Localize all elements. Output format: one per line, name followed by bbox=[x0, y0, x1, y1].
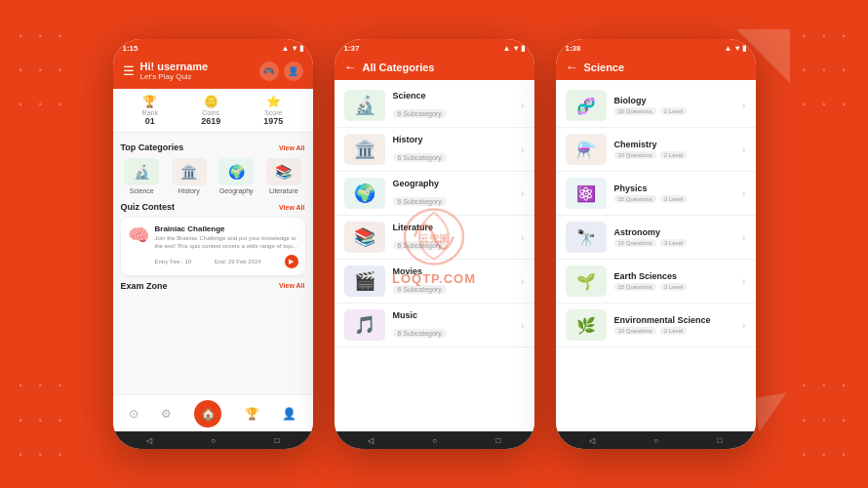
trophy-icon: 🏆 bbox=[245, 407, 259, 421]
list-item-literature[interactable]: 📚 Literature 6 Subcategory › bbox=[335, 216, 534, 260]
android-home-3[interactable]: ○ bbox=[653, 436, 658, 445]
back-button-2[interactable]: ← bbox=[344, 60, 357, 74]
quiz-contest-card[interactable]: 🧠 Brainiac Challenge Join the Brainiac C… bbox=[121, 218, 305, 275]
menu-icon[interactable]: ☰ bbox=[123, 63, 135, 78]
chemistry-info: Chemistry 10 Questions 2 Level bbox=[614, 140, 734, 159]
status-icons-2: ▲ ▾ ▮ bbox=[503, 44, 525, 53]
geography-info: Geography 6 Subcategory bbox=[393, 179, 513, 208]
android-recents-3[interactable]: □ bbox=[717, 436, 722, 445]
geography-sub: 6 Subcategory bbox=[393, 197, 447, 206]
environmental-science-name: Environmental Science bbox=[614, 315, 734, 325]
rank-value: 01 bbox=[145, 116, 155, 126]
status-time-3: 1:38 bbox=[566, 44, 581, 53]
android-recents-2[interactable]: □ bbox=[495, 436, 500, 445]
bottom-nav-1: ⊙ ⚙ 🏠 🏆 👤 bbox=[113, 394, 313, 431]
bg-dots-topright: · · ·· · ·· · · bbox=[801, 18, 850, 121]
status-bar-1: 1:15 ▲ ▾ ▮ bbox=[113, 39, 313, 55]
science-thumb-2: 🔬 bbox=[344, 90, 385, 121]
list-item-music[interactable]: 🎵 Music 6 Subcategory › bbox=[335, 304, 534, 347]
nav-home[interactable]: 🏠 bbox=[194, 400, 221, 427]
list-item-chemistry[interactable]: ⚗️ Chemistry 10 Questions 2 Level › bbox=[556, 128, 756, 172]
android-nav-3: ◁ ○ □ bbox=[556, 431, 756, 449]
android-home-2[interactable]: ○ bbox=[432, 436, 437, 445]
list-item-physics[interactable]: ⚛️ Physics 15 Questions 3 Level › bbox=[556, 172, 756, 216]
chevron-movies: › bbox=[521, 275, 525, 287]
environmental-science-meta: 10 Questions 2 Level bbox=[614, 327, 734, 335]
stats-bar: 🏆 Rank 01 🪙 Coins 2619 ⭐ Score 1975 bbox=[113, 89, 313, 133]
list-item-astronomy[interactable]: 🔭 Astronomy 15 Questions 3 Level › bbox=[556, 216, 756, 260]
history-thumb: 🏛️ bbox=[344, 134, 385, 165]
literature-sub: 6 Subcategory bbox=[393, 241, 447, 250]
android-back-2[interactable]: ◁ bbox=[368, 436, 374, 445]
literature-thumb: 📚 bbox=[344, 222, 385, 253]
list-item-movies[interactable]: 🎬 Movies 6 Subcategory › bbox=[335, 260, 534, 304]
movies-name: Movies bbox=[393, 266, 513, 276]
android-back-3[interactable]: ◁ bbox=[589, 436, 595, 445]
list-item-history[interactable]: 🏛️ History 6 Subcategory › bbox=[335, 128, 534, 172]
chevron-history: › bbox=[521, 143, 525, 155]
profile-icon: 👤 bbox=[282, 407, 296, 421]
cat-literature-thumb: 📚 bbox=[266, 158, 301, 185]
nav-settings[interactable]: ⚙ bbox=[161, 407, 172, 421]
list-item-science[interactable]: 🔬 Science 6 Subcategory › bbox=[335, 84, 534, 128]
cat-literature[interactable]: 📚 Literature bbox=[262, 158, 305, 194]
home-header: ☰ Hi! username Let's Play Quiz 🎮 👤 bbox=[113, 55, 313, 89]
cat-science-label: Science bbox=[130, 187, 154, 194]
cat-geography[interactable]: 🌍 Geography bbox=[216, 158, 258, 194]
chemistry-level: 2 Level bbox=[660, 151, 687, 159]
cat-history-thumb: 🏛️ bbox=[172, 158, 207, 185]
signal-icon-3: ▲ bbox=[725, 44, 732, 53]
profile-icon-btn[interactable]: 👤 bbox=[284, 61, 303, 81]
coins-icon: 🪙 bbox=[204, 95, 218, 108]
categories-header: ← All Categories bbox=[335, 55, 534, 80]
nav-explore[interactable]: ⊙ bbox=[129, 407, 138, 421]
status-time-2: 1:37 bbox=[344, 44, 360, 53]
cat-geography-thumb: 🌍 bbox=[218, 158, 254, 185]
cat-science[interactable]: 🔬 Science bbox=[121, 158, 164, 194]
geography-thumb: 🌍 bbox=[344, 178, 385, 209]
list-item-geography[interactable]: 🌍 Geography 6 Subcategory › bbox=[335, 172, 534, 216]
game-icon-btn[interactable]: 🎮 bbox=[259, 61, 279, 81]
signal-icon: ▲ bbox=[282, 44, 290, 53]
top-categories-grid: 🔬 Science 🏛️ History 🌍 Geography 📚 Liter… bbox=[121, 158, 305, 194]
earth-sciences-questions: 15 Questions bbox=[614, 283, 656, 291]
chevron-astronomy: › bbox=[742, 231, 746, 243]
phone-home: 1:15 ▲ ▾ ▮ ☰ Hi! username Let's Play Qui… bbox=[113, 39, 313, 449]
signal-icon-2: ▲ bbox=[503, 44, 511, 53]
phone1-body: Top Categories View All 🔬 Science 🏛️ His… bbox=[113, 133, 313, 394]
android-recents[interactable]: □ bbox=[274, 436, 279, 445]
quiz-card-icon: 🧠 bbox=[128, 224, 149, 246]
biology-level: 2 Level bbox=[660, 107, 687, 115]
cat-geography-label: Geography bbox=[219, 187, 254, 194]
quiz-contest-header: Quiz Contest View All bbox=[121, 202, 305, 212]
quiz-contest-view-all[interactable]: View All bbox=[279, 204, 304, 211]
cat-history[interactable]: 🏛️ History bbox=[168, 158, 211, 194]
movies-thumb: 🎬 bbox=[344, 265, 385, 297]
nav-profile[interactable]: 👤 bbox=[282, 407, 296, 421]
science-name: Science bbox=[393, 91, 513, 101]
status-icons-3: ▲ ▾ ▮ bbox=[725, 44, 746, 53]
android-nav-1: ◁ ○ □ bbox=[113, 431, 313, 449]
status-time-1: 1:15 bbox=[123, 44, 138, 53]
chevron-biology: › bbox=[742, 100, 746, 111]
exam-zone-view-all[interactable]: View All bbox=[279, 282, 304, 289]
android-back[interactable]: ◁ bbox=[146, 436, 152, 445]
quiz-play-button[interactable]: ▶ bbox=[285, 255, 298, 268]
greeting-text: Hi! username bbox=[140, 61, 209, 72]
music-name: Music bbox=[393, 310, 513, 320]
exam-zone-header: Exam Zone View All bbox=[121, 281, 305, 291]
list-item-environmental-science[interactable]: 🌿 Environmental Science 10 Questions 2 L… bbox=[556, 304, 756, 347]
wifi-icon-3: ▾ bbox=[735, 44, 739, 53]
list-item-earth-sciences[interactable]: 🌱 Earth Sciences 15 Questions 3 Level › bbox=[556, 260, 756, 304]
back-button-3[interactable]: ← bbox=[566, 60, 578, 74]
rank-label: Rank bbox=[142, 109, 158, 116]
android-home[interactable]: ○ bbox=[211, 436, 216, 445]
header-action-icons: 🎮 👤 bbox=[259, 61, 303, 81]
quiz-card-title: Brainiac Challenge bbox=[155, 224, 298, 233]
home-icon-circle: 🏠 bbox=[194, 400, 221, 427]
astronomy-info: Astronomy 15 Questions 3 Level bbox=[614, 227, 734, 247]
nav-trophy[interactable]: 🏆 bbox=[245, 407, 259, 421]
chevron-literature: › bbox=[521, 231, 525, 243]
list-item-biology[interactable]: 🧬 Biology 10 Questions 2 Level › bbox=[556, 84, 756, 128]
top-categories-view-all[interactable]: View All bbox=[279, 144, 304, 151]
